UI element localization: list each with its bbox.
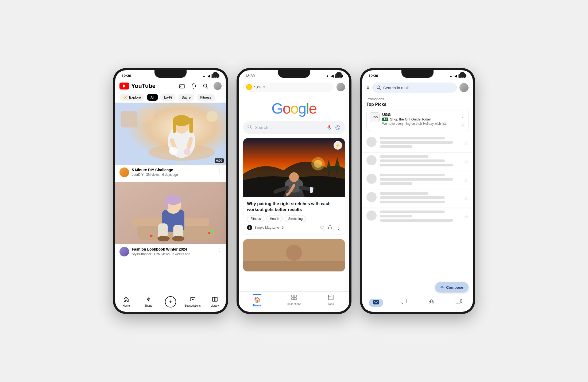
email-content-4 (380, 192, 461, 205)
tag-stretching[interactable]: Stretching (285, 216, 306, 222)
email-star-5[interactable]: ☆ (464, 214, 469, 220)
svg-point-1 (179, 87, 180, 88)
yt-nav-subscriptions[interactable]: Subscriptions (181, 296, 204, 307)
compose-pencil-icon: ✏ (440, 285, 444, 290)
svg-rect-34 (215, 297, 217, 301)
email-item-5[interactable]: ☆ (362, 208, 473, 226)
menu-icon-gmail[interactable]: ≡ (366, 85, 369, 91)
promo-brand: UGG (382, 112, 457, 117)
google-nav-collections[interactable]: Collections (276, 294, 312, 307)
promotions-label: Promotions (362, 95, 473, 102)
google-letter-l: l (306, 100, 309, 117)
wifi-icon-1: ▲ (202, 74, 206, 78)
channel-avatar-1 (119, 167, 129, 177)
yt-nav-library[interactable]: Library (204, 296, 226, 307)
gmail-search-bar[interactable]: Search in mail (372, 83, 457, 93)
email-item-3[interactable]: ☆ (362, 171, 473, 189)
video-sub-1: LaurDIY · 3M views · 6 days ago (132, 173, 214, 177)
article-card-1[interactable]: ⚡ Why pairing the right stretches with e… (243, 138, 345, 235)
google-nav-tabs[interactable]: Tabs (312, 294, 349, 307)
svg-rect-48 (328, 170, 330, 176)
user-avatar-gmail[interactable] (459, 83, 469, 92)
email-avatar-3 (366, 174, 377, 184)
video-sub-2: StyleChannel · 1.2M views · 2 weeks ago (132, 252, 214, 256)
add-button-yt[interactable]: + (165, 296, 176, 307)
email-preview-4 (380, 201, 445, 203)
email-star-3[interactable]: ☆ (464, 177, 469, 183)
phone-camera-1 (212, 72, 218, 78)
user-avatar-google[interactable] (336, 83, 345, 91)
video-more-btn-1[interactable]: ⋮ (217, 167, 222, 173)
cast-button[interactable] (178, 82, 186, 90)
svg-rect-64 (401, 299, 406, 303)
promo-ad-row: Ad Shop the Gift Guide Today (382, 117, 457, 121)
article-actions: ♡ ⋮ (320, 225, 341, 231)
article-card-2[interactable] (243, 239, 345, 272)
video-more-btn-2[interactable]: ⋮ (217, 247, 222, 253)
microphone-icon[interactable] (326, 125, 332, 131)
chip-fitness[interactable]: Fitness (196, 94, 215, 101)
chip-all[interactable]: All (147, 94, 158, 101)
gmail-search-input[interactable]: Search in mail (383, 85, 452, 90)
svg-rect-13 (121, 111, 137, 127)
user-avatar-yt[interactable] (214, 82, 222, 90)
search-input-google[interactable]: Search... (255, 125, 324, 130)
search-button-yt[interactable] (202, 82, 209, 90)
like-button[interactable]: ♡ (320, 225, 324, 231)
yt-nav-shorts[interactable]: Shorts (137, 296, 160, 307)
chip-explore[interactable]: 🧭 Explore (119, 94, 145, 101)
svg-rect-58 (294, 298, 296, 300)
email-sender-3 (380, 174, 445, 176)
gmail-nav-mail[interactable] (362, 299, 390, 307)
google-search-bar[interactable]: Search... (243, 121, 345, 134)
email-preview-2 (380, 164, 453, 166)
promo-star-btn[interactable]: ☆ (461, 122, 465, 127)
tag-health[interactable]: Health (266, 216, 283, 222)
video-card-1[interactable]: 0:00 5 Minute DIY Challenge LaurDIY · 3M… (115, 103, 226, 180)
chip-lofi[interactable]: Lo-Fi (160, 94, 176, 101)
email-star-2[interactable]: ☆ (464, 159, 469, 165)
more-button-article[interactable]: ⋮ (336, 225, 341, 231)
share-button[interactable] (328, 225, 332, 231)
chip-satire[interactable]: Satire (178, 94, 194, 101)
svg-rect-57 (292, 298, 294, 300)
email-content-3 (380, 174, 461, 186)
email-star-1[interactable]: ☆ (464, 140, 469, 146)
promo-more-btn[interactable]: ⋮ (460, 112, 465, 119)
plus-icon: + (169, 299, 172, 305)
ugg-promo[interactable]: UGG UGG Ad Shop the Gift Guide Today We … (366, 109, 469, 131)
gmail-nav-chat[interactable] (390, 299, 418, 307)
gmail-nav-spaces[interactable] (417, 299, 445, 307)
ugg-logo: UGG (370, 112, 380, 122)
yt-nav-library-label: Library (211, 304, 219, 307)
video-thumbnail-2 (115, 182, 226, 244)
svg-point-40 (336, 126, 340, 130)
video-card-2[interactable]: Fashion Lookbook Winter 2024 StyleChanne… (115, 182, 226, 259)
email-preview-5 (380, 219, 453, 222)
lens-icon[interactable] (335, 125, 341, 131)
gmail-nav-video[interactable] (445, 299, 473, 307)
email-star-4[interactable]: ☆ (464, 196, 469, 201)
google-nav-home[interactable]: 🏠 Home (239, 294, 276, 307)
email-item-4[interactable]: ☆ (362, 189, 473, 208)
weather-chip[interactable]: 43°F ▾ (243, 83, 333, 92)
yt-bottom-nav: Home Shorts + (115, 294, 226, 312)
svg-line-36 (250, 128, 252, 129)
notification-button[interactable] (190, 82, 198, 90)
promo-header: UGG UGG Ad Shop the Gift Guide Today We … (370, 112, 465, 127)
weather-arrow-icon: ▾ (263, 85, 265, 89)
tag-fitness[interactable]: Fitness (247, 216, 264, 222)
subscriptions-icon (190, 296, 196, 303)
email-item-1[interactable]: ☆ (362, 134, 473, 153)
yt-nav-home[interactable]: Home (115, 296, 137, 307)
email-sender-2 (380, 155, 428, 158)
yt-nav-add[interactable]: + (160, 296, 182, 307)
email-item-2[interactable]: ☆ (362, 153, 473, 171)
article-content-1: Why pairing the right stretches with eac… (243, 197, 345, 235)
email-avatar-4 (366, 192, 377, 202)
email-avatar-5 (366, 211, 377, 221)
compose-button[interactable]: ✏ Compose (435, 282, 469, 293)
email-preview-1 (380, 145, 412, 148)
top-picks-label: Top Picks (362, 102, 473, 109)
email-sender-1 (380, 137, 445, 139)
